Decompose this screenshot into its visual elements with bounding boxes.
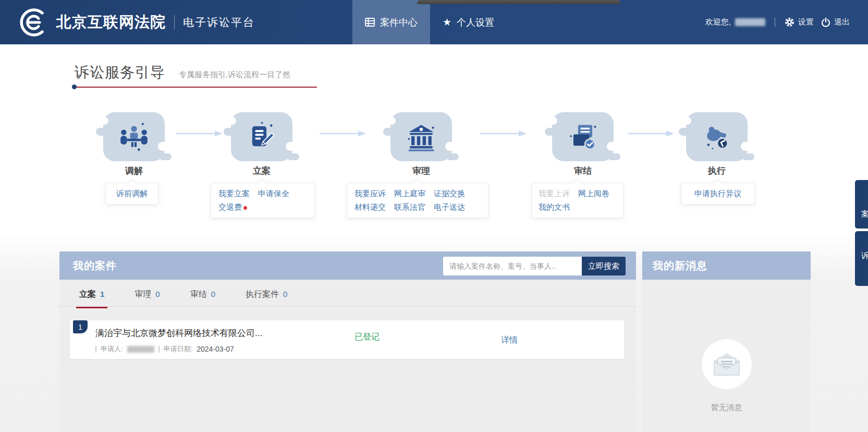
nav-tab-personal-settings[interactable]: ★ 个人设置 (430, 0, 507, 44)
tab-label: 立案 (79, 289, 96, 300)
empty-state-text: 暂无消息 (642, 403, 811, 413)
settings-label: 设置 (798, 17, 814, 27)
browser-tab-artifact (417, 0, 620, 4)
case-meta: 申请人: 申请日期: 2024-03-07 (95, 344, 234, 354)
welcome-group: 欢迎您, (705, 17, 765, 27)
flow-arrow-icon (479, 130, 527, 137)
platform-title: 电子诉讼平台 (183, 15, 255, 30)
step-label-execution: 执行 (686, 165, 748, 177)
mediation-icon (118, 122, 150, 152)
link-online-hearing[interactable]: 网上庭审 (394, 187, 425, 200)
main-nav: 案件中心 ★ 个人设置 (352, 0, 507, 44)
side-tab-case[interactable]: 案 (855, 180, 868, 229)
link-contact-judge[interactable]: 联系法官 (394, 200, 425, 214)
link-pay-refund[interactable]: 交退费 (218, 202, 242, 211)
gear-icon (785, 17, 794, 27)
link-evidence-exchange[interactable]: 证据交换 (434, 187, 465, 200)
apply-date-value: 2024-03-07 (197, 345, 234, 353)
flow-arrow-icon (319, 130, 366, 137)
case-search: 立即搜索 (443, 257, 626, 275)
execution-hand-icon (702, 122, 732, 151)
notification-dot (243, 206, 247, 210)
guide-header: 诉讼服务引导 专属服务指引,诉讼流程一目了然 (75, 63, 290, 82)
link-online-file-review[interactable]: 网上阅卷 (578, 187, 609, 200)
tab-count: 1 (100, 290, 104, 298)
search-button[interactable]: 立即搜索 (582, 257, 626, 275)
power-icon (821, 17, 830, 27)
my-cases-panel: 我的案件 立即搜索 立案 1 审理 0 审结 0 执行案件 0 (59, 251, 636, 432)
my-cases-header: 我的案件 立即搜索 (59, 251, 636, 280)
logout-button[interactable]: 退出 (821, 17, 850, 27)
nav-tab-label: 个人设置 (457, 16, 494, 29)
link-submit-materials[interactable]: 材料递交 (354, 200, 386, 214)
meta-divider (95, 346, 96, 353)
tab-count: 0 (283, 290, 287, 298)
step-execution (686, 112, 748, 161)
apply-date-label: 申请日期: (164, 344, 193, 354)
links-conclusion: 我要上诉 网上阅卷 我的文书 (532, 183, 624, 218)
step-trial (390, 112, 452, 161)
meta-divider (158, 346, 160, 353)
applicant-redacted (127, 346, 154, 353)
my-cases-title: 我的案件 (73, 259, 117, 273)
case-detail-link[interactable]: 详情 (501, 335, 518, 346)
link-pretrial-mediation[interactable]: 诉前调解 (116, 187, 148, 200)
empty-state-circle (702, 339, 752, 389)
tab-execution-cases[interactable]: 执行案件 0 (242, 289, 290, 308)
welcome-text: 欢迎您, (705, 17, 731, 27)
case-search-input[interactable] (443, 257, 582, 275)
case-title[interactable]: 满治宇与北京微梦创科网络技术有限公司... (95, 327, 262, 339)
messages-header: 我的新消息 (642, 251, 811, 280)
side-tab-litigation[interactable]: 诉 (855, 231, 868, 286)
links-execution: 申请执行异议 (681, 183, 755, 205)
page: 北京互联网法院 电子诉讼平台 案件中心 ★ 个人设置 (0, 0, 868, 432)
link-respond-suit[interactable]: 我要应诉 (354, 187, 386, 200)
flow-arrow-icon (175, 130, 223, 137)
step-label-trial: 审理 (390, 165, 452, 177)
case-status-badge: 已登记 (354, 332, 380, 343)
court-logo-icon (19, 7, 49, 38)
link-my-documents[interactable]: 我的文书 (539, 200, 570, 214)
step-label-conclusion: 审结 (552, 165, 614, 177)
link-electronic-delivery[interactable]: 电子送达 (434, 200, 465, 214)
tab-label: 审结 (190, 289, 207, 300)
side-tab-label: 案 (861, 209, 868, 219)
tab-count: 0 (211, 290, 215, 298)
nav-tab-label: 案件中心 (380, 16, 418, 29)
link-appeal: 我要上诉 (539, 187, 570, 200)
link-file-case[interactable]: 我要立案 (218, 187, 250, 200)
step-conclusion (552, 112, 614, 161)
tab-concluded[interactable]: 审结 0 (187, 289, 218, 308)
tab-label: 执行案件 (246, 289, 279, 300)
nav-tab-case-center[interactable]: 案件中心 (352, 0, 430, 44)
links-mediation: 诉前调解 (105, 183, 158, 205)
tab-trial[interactable]: 审理 0 (131, 289, 163, 308)
username-redacted (735, 18, 765, 26)
brand-title: 北京互联网法院 (56, 12, 166, 33)
top-navbar: 北京互联网法院 电子诉讼平台 案件中心 ★ 个人设置 (0, 0, 868, 44)
filing-icon (247, 122, 277, 152)
case-list-icon (365, 18, 375, 27)
section-underline-dot (72, 85, 77, 89)
divider (775, 18, 775, 27)
applicant-label: 申请人: (101, 344, 123, 354)
flow-arrow-icon (627, 130, 675, 137)
case-index-badge: 1 (73, 320, 88, 333)
envelope-icon (712, 352, 741, 377)
section-subtitle: 专属服务指引,诉讼流程一目了然 (179, 70, 290, 80)
step-mediation (103, 112, 165, 161)
tab-count: 0 (155, 290, 160, 298)
section-title: 诉讼服务引导 (75, 63, 165, 82)
tabs-separator (59, 306, 636, 307)
settings-button[interactable]: 设置 (785, 17, 814, 27)
tab-label: 审理 (135, 289, 151, 300)
archive-check-icon (568, 122, 598, 151)
link-apply-preservation[interactable]: 申请保全 (258, 187, 289, 200)
case-row: 1 满治宇与北京微梦创科网络技术有限公司... 已登记 详情 申请人: 申请日期… (70, 320, 624, 359)
link-execution-objection[interactable]: 申请执行异议 (694, 187, 741, 200)
tab-filing[interactable]: 立案 1 (76, 289, 107, 308)
step-label-filing: 立案 (231, 165, 292, 177)
messages-panel: 我的新消息 暂无消息 (642, 251, 811, 432)
brand-divider (174, 15, 175, 30)
side-tab-label: 诉 (861, 251, 868, 261)
